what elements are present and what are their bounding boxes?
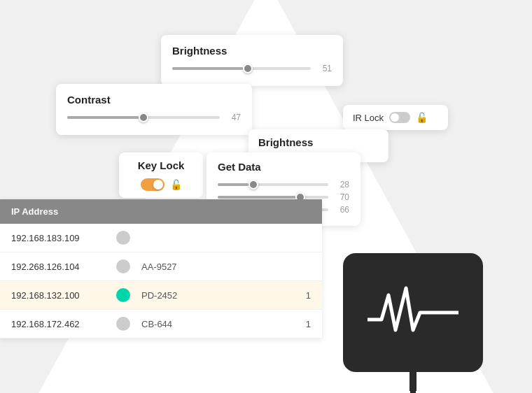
get-data-slider-fill-0 [218, 183, 248, 186]
dot-2 [116, 288, 130, 302]
table-row-1[interactable]: 192.268.126.104 AA-9527 [0, 252, 322, 281]
table-header: IP Address [0, 199, 322, 224]
brightness-slider-row: 51 [172, 64, 332, 73]
get-data-title: Get Data [218, 161, 349, 173]
ir-lock-label: IR Lock [353, 113, 384, 123]
ip-3: 192.168.172.462 [11, 319, 116, 329]
get-data-value-1: 70 [334, 192, 349, 202]
get-data-slider-row-0: 28 [218, 180, 349, 190]
key-lock-title: Key Lock [129, 159, 193, 171]
ir-lock-icon: 🔓 [416, 112, 428, 123]
contrast-title: Contrast [67, 94, 241, 106]
count-3: 1 [306, 319, 311, 329]
dot-1 [116, 259, 130, 273]
brightness-second-title: Brightness [258, 136, 379, 148]
monitor-display [343, 253, 483, 372]
key-lock-lock-icon: 🔓 [170, 179, 182, 190]
main-container: Brightness 51 Contrast 47 IR Lock 🔓 [0, 0, 532, 393]
key-lock-controls: 🔓 [129, 178, 193, 191]
brightness-value: 51 [316, 64, 332, 73]
model-1: AA-9527 [141, 262, 311, 272]
get-data-slider-track-1[interactable] [218, 196, 328, 199]
contrast-value: 47 [225, 113, 241, 122]
ir-lock-card: IR Lock 🔓 [343, 105, 448, 130]
table-row-2[interactable]: 192.168.132.100 PD-2452 1 [0, 281, 322, 310]
monitor-stem [410, 371, 416, 391]
key-lock-toggle[interactable] [141, 178, 164, 191]
contrast-card: Contrast 47 [56, 84, 252, 135]
get-data-value-2: 66 [334, 205, 349, 215]
brightness-slider-track[interactable] [172, 67, 311, 70]
ip-1: 192.268.126.104 [11, 262, 116, 272]
monitor-icon-container [336, 239, 490, 386]
table-row-3[interactable]: 192.168.172.462 CB-644 1 [0, 310, 322, 338]
contrast-slider-track[interactable] [67, 116, 220, 119]
key-lock-card: Key Lock 🔓 [119, 152, 203, 198]
dot-3 [116, 317, 130, 331]
contrast-slider-fill [67, 116, 139, 119]
table-row-0[interactable]: 192.168.183.109 [0, 224, 322, 252]
ip-0: 192.168.183.109 [11, 233, 116, 243]
get-data-value-0: 28 [334, 180, 349, 190]
ir-lock-toggle[interactable] [389, 112, 410, 123]
table-card: IP Address 192.168.183.109 192.268.126.1… [0, 199, 322, 338]
brightness-top-title: Brightness [172, 45, 332, 57]
model-2: PD-2452 [141, 290, 306, 301]
count-2: 1 [306, 290, 311, 301]
get-data-slider-thumb-0 [248, 180, 258, 190]
heartbeat-chart-icon [368, 281, 458, 344]
ip-2: 192.168.132.100 [11, 290, 116, 301]
brightness-slider-thumb [243, 64, 253, 73]
contrast-slider-row: 47 [67, 113, 241, 122]
brightness-top-card: Brightness 51 [161, 35, 343, 86]
get-data-slider-fill-1 [218, 196, 295, 199]
get-data-slider-track-0[interactable] [218, 183, 328, 186]
contrast-slider-thumb [139, 113, 148, 122]
brightness-slider-fill [172, 67, 243, 70]
model-3: CB-644 [141, 319, 306, 329]
dot-0 [116, 231, 130, 245]
